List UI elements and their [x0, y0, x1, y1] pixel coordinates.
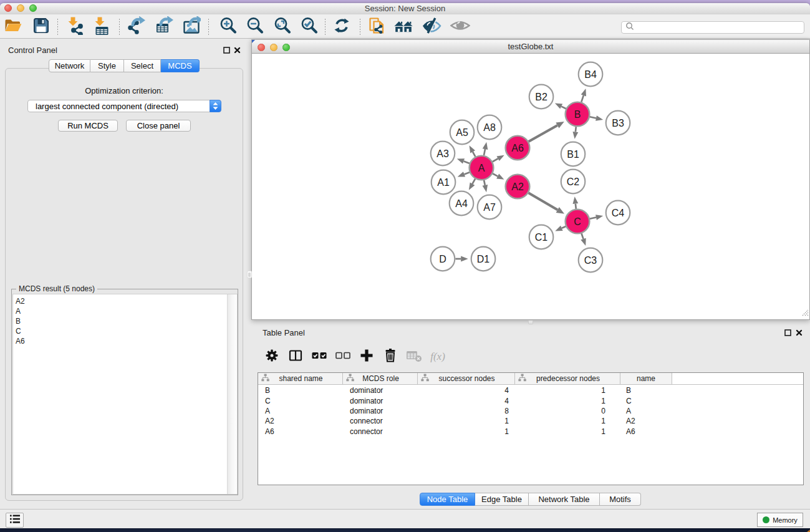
- float-panel-icon[interactable]: [784, 329, 792, 337]
- resize-grip-icon[interactable]: [801, 307, 809, 319]
- delete-columns-button[interactable]: [378, 347, 402, 366]
- import-table-button[interactable]: [92, 17, 112, 36]
- table-row[interactable]: A6connector11A6: [258, 427, 803, 437]
- show-columns-icon: [288, 348, 303, 365]
- edge-A-A7[interactable]: [484, 180, 485, 185]
- table-row[interactable]: Adominator80A: [258, 406, 803, 416]
- column-header-name[interactable]: name: [620, 373, 672, 384]
- column-header-shared-name[interactable]: shared name: [258, 373, 343, 384]
- clone-network-button[interactable]: [367, 17, 387, 36]
- node-label-A2: A2: [511, 181, 524, 192]
- column-header-predecessor-nodes[interactable]: predecessor nodes: [515, 373, 620, 384]
- close-panel-icon[interactable]: [795, 329, 803, 337]
- cell: A6: [626, 427, 672, 437]
- cell: 8: [418, 406, 509, 416]
- search-input[interactable]: [634, 22, 804, 32]
- edge-A-A4[interactable]: [473, 179, 476, 184]
- open-session-icon: [4, 16, 22, 37]
- run-mcds-button[interactable]: Run MCDS: [58, 120, 118, 132]
- zoom-out-button[interactable]: [245, 17, 265, 36]
- export-network-button[interactable]: [127, 17, 147, 36]
- mcds-result-item[interactable]: C: [13, 326, 237, 336]
- edge-B-B4[interactable]: [581, 95, 584, 102]
- function-builder-button[interactable]: f(x): [426, 347, 450, 366]
- session-titlebar[interactable]: Session: New Session: [0, 3, 810, 14]
- optimization-criterion-select[interactable]: largest connected component (directed): [27, 100, 221, 112]
- tab-network[interactable]: Network: [49, 59, 90, 72]
- edge-B-B1[interactable]: [576, 127, 576, 132]
- column-header-MCDS-role[interactable]: MCDS role: [343, 373, 418, 384]
- import-network-button[interactable]: [65, 17, 85, 36]
- close-panel-icon[interactable]: [233, 46, 241, 54]
- search-box[interactable]: [621, 21, 804, 34]
- edge-A-A3[interactable]: [464, 162, 470, 163]
- edge-B-B2[interactable]: [561, 107, 566, 109]
- select-all-columns-button[interactable]: [307, 347, 331, 366]
- mcds-result-list[interactable]: A2ABCA6: [12, 294, 238, 495]
- memory-button[interactable]: Memory: [757, 513, 803, 527]
- delete-columns-icon: [383, 348, 398, 365]
- zoom-fit-button[interactable]: [272, 17, 292, 36]
- tab-motifs[interactable]: Motifs: [600, 493, 641, 506]
- save-session-button[interactable]: [31, 17, 51, 36]
- edge-C-C2[interactable]: [576, 204, 576, 209]
- edge-B-B3[interactable]: [590, 117, 596, 118]
- tab-mcds[interactable]: MCDS: [161, 59, 200, 72]
- table-row[interactable]: Cdominator41C: [258, 395, 803, 405]
- edge-C-C1[interactable]: [562, 226, 566, 228]
- edge-A-A6[interactable]: [493, 158, 498, 162]
- edge-A-A5[interactable]: [473, 152, 475, 157]
- show-all-button[interactable]: [450, 17, 470, 36]
- edge-A-A8[interactable]: [484, 149, 485, 155]
- hide-selected-button[interactable]: [422, 17, 441, 36]
- table-row[interactable]: A2connector11A2: [258, 416, 803, 426]
- edge-arrow: [497, 155, 504, 161]
- edge-arrow: [581, 89, 586, 96]
- refresh-button[interactable]: [332, 17, 352, 36]
- zoom-in-button[interactable]: [218, 17, 238, 36]
- tab-edge-table[interactable]: Edge Table: [475, 493, 529, 506]
- edge-C-C3[interactable]: [582, 233, 584, 239]
- zoom-selected-button[interactable]: [299, 17, 319, 36]
- network-graph[interactable]: AA6A2BCA5A8A3A1A4A7B4B2B3B1C2C4C1C3DD1: [252, 54, 809, 319]
- mcds-result-item[interactable]: B: [13, 316, 237, 326]
- tab-network-table[interactable]: Network Table: [529, 493, 600, 506]
- column-header-successor-nodes[interactable]: successor nodes: [418, 373, 515, 384]
- optimization-criterion-label: Optimization criterion:: [6, 86, 243, 95]
- edge-A2-C[interactable]: [529, 193, 558, 210]
- float-panel-icon[interactable]: [223, 46, 231, 54]
- tab-node-table[interactable]: Node Table: [420, 493, 475, 506]
- edge-C-C4[interactable]: [590, 218, 596, 219]
- add-column-button[interactable]: [355, 347, 378, 366]
- network-window-titlebar[interactable]: testGlobe.txt: [252, 40, 809, 54]
- edge-A-A2[interactable]: [493, 173, 498, 176]
- edge-A6-B[interactable]: [529, 125, 557, 142]
- unselect-all-columns-icon: [335, 348, 351, 365]
- table-options-button[interactable]: [260, 347, 284, 366]
- mcds-result-item[interactable]: A2: [13, 296, 237, 306]
- first-neighbors-button[interactable]: [393, 17, 413, 36]
- mcds-result-item[interactable]: A: [13, 306, 237, 316]
- unselect-all-columns-button[interactable]: [331, 347, 355, 366]
- splitter-knob-left[interactable]: [247, 271, 252, 278]
- table-row[interactable]: Bdominator41B: [258, 385, 803, 395]
- delete-table-button[interactable]: [402, 347, 426, 366]
- column-label: MCDS role: [354, 374, 417, 383]
- hide-selected-icon: [422, 16, 441, 37]
- tab-style[interactable]: Style: [90, 59, 124, 72]
- edge-A-A1[interactable]: [465, 172, 470, 174]
- result-list-scrollbar[interactable]: [227, 294, 237, 494]
- export-image-button[interactable]: [181, 17, 201, 36]
- export-table-button[interactable]: [154, 17, 174, 36]
- node-label-B1: B1: [567, 149, 579, 160]
- close-panel-button[interactable]: Close panel: [126, 120, 191, 132]
- tab-select[interactable]: Select: [124, 59, 161, 72]
- export-network-icon: [127, 16, 146, 37]
- network-canvas[interactable]: AA6A2BCA5A8A3A1A4A7B4B2B3B1C2C4C1C3DD1: [252, 54, 809, 319]
- task-history-button[interactable]: [6, 513, 24, 528]
- open-session-button[interactable]: [3, 17, 23, 36]
- mcds-result-item[interactable]: A6: [13, 336, 237, 346]
- table-toolbar: f(x): [260, 346, 450, 367]
- show-columns-button[interactable]: [284, 347, 307, 366]
- edge-arrow: [483, 142, 488, 150]
